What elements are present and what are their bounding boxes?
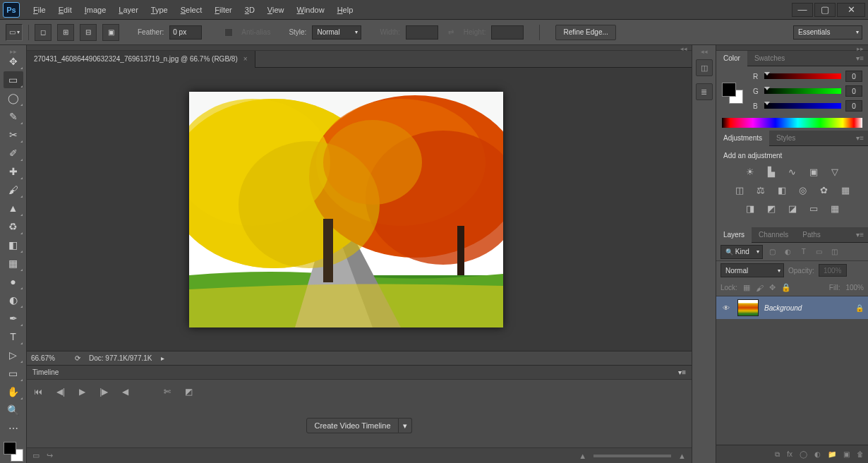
- foreground-color[interactable]: [4, 442, 16, 455]
- tool-history-brush[interactable]: ♻: [4, 218, 23, 235]
- history-panel-icon[interactable]: ◫: [696, 59, 713, 76]
- panel-foreground-color[interactable]: [722, 83, 736, 97]
- tl-zoom-out[interactable]: ▲: [579, 452, 586, 460]
- current-tool-preset[interactable]: ▭: [6, 24, 23, 41]
- tl-zoom-slider[interactable]: [593, 455, 671, 457]
- menu-layer[interactable]: Layer: [112, 3, 145, 17]
- color-swatches[interactable]: [4, 442, 23, 462]
- color-ramp[interactable]: [722, 118, 862, 128]
- opacity-input[interactable]: 100%: [819, 264, 847, 277]
- tl-foot-icon2[interactable]: ↪: [47, 451, 53, 460]
- view-rotation-icon[interactable]: ⟳: [75, 354, 80, 362]
- create-video-timeline-button[interactable]: Create Video Timeline: [306, 418, 398, 433]
- filter-pixel-icon[interactable]: ▢: [767, 246, 778, 258]
- tool-move[interactable]: ✥: [4, 53, 23, 70]
- r-value[interactable]: 0: [845, 71, 862, 82]
- layers-panel-menu-icon[interactable]: ▾≡: [852, 231, 868, 239]
- layer-visibility-toggle[interactable]: 👁: [721, 304, 732, 312]
- selection-intersect[interactable]: ▣: [102, 24, 119, 41]
- tool-gradient[interactable]: ▦: [4, 255, 23, 272]
- tool-blur[interactable]: ●: [4, 273, 23, 290]
- tool-quick-select[interactable]: ✎: [4, 108, 23, 125]
- tool-lasso[interactable]: ◯: [4, 90, 23, 107]
- fill-input[interactable]: 100%: [845, 284, 864, 291]
- tool-edit-toolbar[interactable]: ⋯: [4, 420, 23, 437]
- refine-edge-button[interactable]: Refine Edge...: [555, 25, 615, 40]
- menu-filter[interactable]: Filter: [208, 3, 238, 17]
- lock-all-icon[interactable]: 🔒: [781, 283, 791, 292]
- tl-play[interactable]: ▶: [79, 387, 85, 397]
- menu-image[interactable]: Image: [78, 3, 113, 17]
- tool-brush[interactable]: 🖌: [4, 181, 23, 198]
- new-adjustment-layer-icon[interactable]: ◐: [814, 450, 821, 458]
- antialias-checkbox[interactable]: [224, 28, 233, 37]
- color-panel-menu-icon[interactable]: ▾≡: [852, 54, 868, 62]
- tool-eyedropper[interactable]: ✐: [4, 145, 23, 162]
- document-tab[interactable]: 270431_460864490632324_769613719_n.jpg @…: [27, 51, 255, 68]
- layer-fx-icon[interactable]: fx: [787, 450, 792, 458]
- width-input[interactable]: [406, 25, 438, 40]
- adj-channel-mixer-icon[interactable]: ✿: [817, 184, 831, 196]
- workspace-switcher[interactable]: Essentials: [793, 25, 862, 40]
- g-slider[interactable]: [764, 88, 841, 94]
- adj-threshold-icon[interactable]: ◪: [785, 202, 800, 215]
- canvas[interactable]: [27, 68, 692, 351]
- tool-path-select[interactable]: ▷: [4, 347, 23, 363]
- lock-transparency-icon[interactable]: ▦: [743, 283, 750, 292]
- layer-list[interactable]: 👁 Background 🔒: [716, 296, 868, 445]
- adj-posterize-icon[interactable]: ◩: [764, 202, 778, 215]
- zoom-readout[interactable]: 66.67%: [31, 354, 66, 362]
- adj-curves-icon[interactable]: ∿: [785, 165, 800, 178]
- tl-next-frame[interactable]: |▶: [100, 387, 108, 397]
- tool-stamp[interactable]: ▲: [4, 200, 23, 217]
- window-maximize-button[interactable]: ▢: [814, 3, 836, 17]
- tool-crop[interactable]: ✂: [4, 126, 23, 143]
- document-tab-close[interactable]: ×: [243, 55, 248, 63]
- tool-eraser[interactable]: ◧: [4, 236, 23, 253]
- tab-color[interactable]: Color: [716, 51, 747, 66]
- selection-add[interactable]: ⊞: [57, 24, 74, 41]
- create-video-timeline-dropdown[interactable]: ▾: [399, 418, 412, 433]
- menu-type[interactable]: Type: [145, 3, 174, 17]
- adj-exposure-icon[interactable]: ▣: [807, 165, 821, 178]
- link-layers-icon[interactable]: ⧉: [775, 450, 780, 459]
- swap-wh-icon[interactable]: ⇄: [444, 28, 458, 36]
- layer-name[interactable]: Background: [764, 304, 802, 312]
- menu-window[interactable]: Window: [291, 3, 331, 17]
- adj-selective-color-icon[interactable]: ▦: [828, 202, 842, 215]
- menu-select[interactable]: Select: [174, 3, 209, 17]
- tl-first-frame[interactable]: ⏮: [34, 387, 42, 397]
- properties-panel-icon[interactable]: ≣: [696, 83, 713, 100]
- doc-info[interactable]: Doc: 977.1K/977.1K: [89, 354, 152, 362]
- tool-healing[interactable]: ✚: [4, 163, 23, 180]
- tab-adjustments[interactable]: Adjustments: [716, 131, 769, 146]
- tl-last-frame[interactable]: ◀: [122, 387, 128, 397]
- tl-transition-icon[interactable]: ◩: [185, 387, 193, 397]
- tl-split-icon[interactable]: ✄: [164, 387, 171, 397]
- tool-zoom[interactable]: 🔍: [4, 402, 23, 419]
- tl-prev-frame[interactable]: ◀|: [56, 387, 65, 397]
- tab-layers[interactable]: Layers: [716, 227, 752, 243]
- r-slider[interactable]: [764, 73, 841, 79]
- selection-new[interactable]: ◻: [35, 24, 52, 41]
- new-group-icon[interactable]: 📁: [828, 450, 836, 458]
- menu-3d[interactable]: 3D: [239, 3, 261, 17]
- tool-text[interactable]: T: [4, 328, 23, 345]
- tab-channels[interactable]: Channels: [752, 227, 795, 243]
- adj-brightness-icon[interactable]: ☀: [743, 165, 757, 178]
- b-slider[interactable]: [764, 103, 841, 109]
- layer-thumbnail[interactable]: [737, 299, 759, 316]
- tool-hand[interactable]: ✋: [4, 383, 23, 400]
- adj-lookup-icon[interactable]: ▦: [838, 184, 852, 196]
- menu-view[interactable]: View: [261, 3, 291, 17]
- menu-file[interactable]: File: [27, 3, 52, 17]
- tool-pen[interactable]: ✒: [4, 310, 23, 327]
- adj-vibrance-icon[interactable]: ▽: [828, 165, 842, 178]
- layer-filter-kind[interactable]: 🔍 Kind: [721, 245, 763, 259]
- filter-adjust-icon[interactable]: ◐: [783, 246, 794, 258]
- menu-help[interactable]: Help: [331, 3, 360, 17]
- feather-input[interactable]: 0 px: [169, 25, 202, 40]
- adj-levels-icon[interactable]: ▙: [764, 165, 778, 178]
- adj-invert-icon[interactable]: ◨: [743, 202, 757, 215]
- g-value[interactable]: 0: [845, 85, 862, 97]
